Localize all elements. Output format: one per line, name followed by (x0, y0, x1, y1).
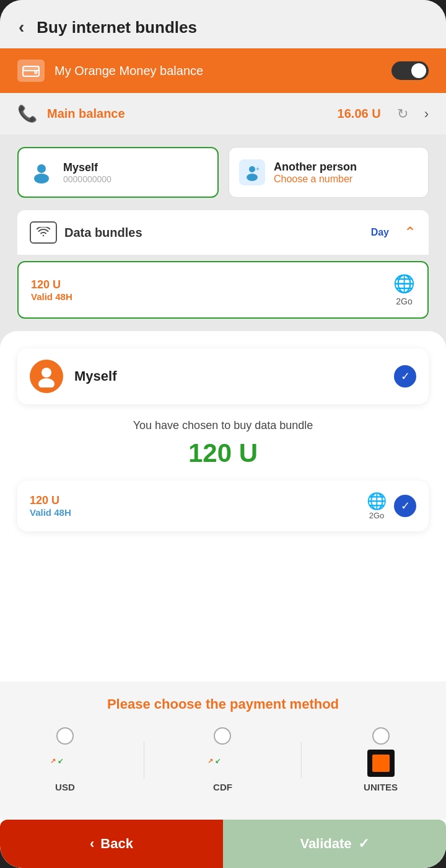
main-balance-value: 16.06 U (338, 107, 381, 121)
wallet-icon (17, 60, 45, 82)
bundle-item[interactable]: 120 U Valid 48H 🌐 2Go (17, 261, 429, 319)
bundle-summary-right: 🌐 2Go ✓ (367, 492, 416, 520)
bundle-summary-price: 120 U (30, 494, 71, 507)
svg-point-9 (38, 378, 55, 388)
bundle-2go-icon: 🌐 2Go (367, 492, 387, 520)
radio-cdf[interactable] (214, 727, 231, 745)
back-button-label: Back (100, 836, 133, 852)
phone-frame: ‹ Buy internet bundles My Orange Money b… (0, 0, 446, 868)
svg-point-6 (247, 174, 258, 181)
unites-inner (372, 755, 390, 772)
svg-text:↗: ↗ (50, 757, 56, 764)
bundles-header: Data bundles Day ⌃ (17, 210, 429, 255)
myself-selected-label: Myself (74, 368, 383, 384)
svg-text:+: + (256, 166, 260, 172)
recipient-section: Myself 0000000000 + Another person Choos… (0, 135, 446, 210)
myself-info: Myself 0000000000 (63, 161, 112, 184)
bundle-check-icon: ✓ (394, 495, 416, 517)
bundle-price: 120 U (31, 278, 72, 291)
balance-bar-left: My Orange Money balance (17, 60, 203, 82)
bundle-validity: Valid 48H (31, 291, 72, 302)
another-person-info: Another person Choose a number (274, 161, 357, 185)
wifi-icon (30, 221, 57, 244)
bundle-summary-left: 120 U Valid 48H (30, 494, 71, 518)
svg-point-2 (34, 71, 38, 74)
payment-options: ↗ ↙ USD ↗ ↙ CDF (17, 727, 429, 792)
myself-number: 0000000000 (63, 174, 112, 184)
globe-icon: 🌐 (393, 273, 415, 294)
bundle-item-right: 🌐 2Go (393, 273, 415, 306)
validate-check-icon: ✓ (358, 836, 369, 852)
myself-avatar-icon (28, 159, 55, 185)
bundle-summary-validity: Valid 48H (30, 507, 71, 518)
choose-number-label[interactable]: Choose a number (274, 174, 357, 185)
chosen-price: 120 U (17, 438, 429, 468)
refresh-icon[interactable]: ↻ (397, 106, 408, 122)
header: ‹ Buy internet bundles (0, 0, 446, 48)
radio-unites[interactable] (372, 727, 390, 745)
unites-icon (367, 750, 395, 777)
cdf-icon: ↗ ↙ (206, 750, 239, 777)
phone-icon: 📞 (17, 104, 37, 123)
payment-unites[interactable]: UNITES (364, 727, 398, 792)
chevron-up-icon[interactable]: ⌃ (404, 224, 416, 241)
myself-check-icon: ✓ (394, 365, 416, 388)
svg-text:↗: ↗ (208, 757, 213, 764)
globe-2go: 🌐 (367, 492, 387, 511)
balance-label: My Orange Money balance (55, 64, 203, 78)
payment-usd[interactable]: ↗ ↙ USD (48, 727, 82, 792)
page-title: Buy internet bundles (37, 18, 197, 37)
myself-name: Myself (63, 161, 112, 174)
payment-section: Please choose the payment method ↗ ↙ USD (0, 681, 446, 820)
svg-rect-1 (23, 66, 39, 71)
myself-card[interactable]: Myself 0000000000 (17, 147, 219, 198)
bundles-title: Data bundles (64, 226, 364, 240)
main-balance-row: 📞 Main balance 16.06 U ↻ › (0, 93, 446, 135)
radio-usd[interactable] (56, 727, 74, 745)
svg-point-5 (249, 166, 255, 172)
bottom-buttons: ‹ Back Validate ✓ (0, 820, 446, 868)
svg-point-3 (37, 164, 46, 173)
payment-cdf[interactable]: ↗ ↙ CDF (206, 727, 239, 792)
svg-text:↙: ↙ (215, 757, 221, 764)
chosen-bundle-text: You have chosen to buy data bundle (17, 419, 429, 432)
myself-avatar (30, 360, 63, 393)
svg-point-8 (42, 368, 51, 378)
back-arrow-icon: ‹ (90, 836, 94, 852)
validate-button-label: Validate (300, 836, 351, 852)
back-button-bottom[interactable]: ‹ Back (0, 820, 223, 868)
divider-1 (144, 742, 144, 779)
bottom-sheet: Myself ✓ You have chosen to buy data bun… (0, 331, 446, 681)
payment-unites-label: UNITES (364, 782, 398, 792)
main-balance-label: Main balance (47, 107, 328, 121)
bundle-item-left: 120 U Valid 48H (31, 278, 72, 302)
validate-button[interactable]: Validate ✓ (223, 820, 446, 868)
svg-point-4 (34, 174, 49, 184)
day-tab[interactable]: Day (371, 227, 389, 238)
payment-usd-label: USD (55, 782, 75, 792)
payment-cdf-label: CDF (213, 782, 232, 792)
bundle-size: 2Go (396, 296, 412, 306)
balance-toggle[interactable] (391, 61, 429, 80)
balance-bar: My Orange Money balance (0, 48, 446, 93)
bundle-size-label: 2Go (369, 511, 385, 520)
another-person-label: Another person (274, 161, 357, 174)
chevron-right-icon[interactable]: › (424, 106, 429, 122)
bundles-section: Data bundles Day ⌃ 120 U Valid 48H 🌐 2Go (0, 210, 446, 329)
back-button[interactable]: ‹ (19, 17, 24, 37)
another-person-icon: + (239, 159, 265, 185)
another-person-card[interactable]: + Another person Choose a number (229, 147, 429, 198)
divider-2 (301, 742, 302, 779)
svg-text:↙: ↙ (58, 757, 63, 764)
payment-title: Please choose the payment method (17, 696, 429, 712)
myself-selected-row: Myself ✓ (17, 348, 429, 404)
usd-icon: ↗ ↙ (48, 750, 82, 777)
bundle-summary: 120 U Valid 48H 🌐 2Go ✓ (17, 480, 429, 531)
